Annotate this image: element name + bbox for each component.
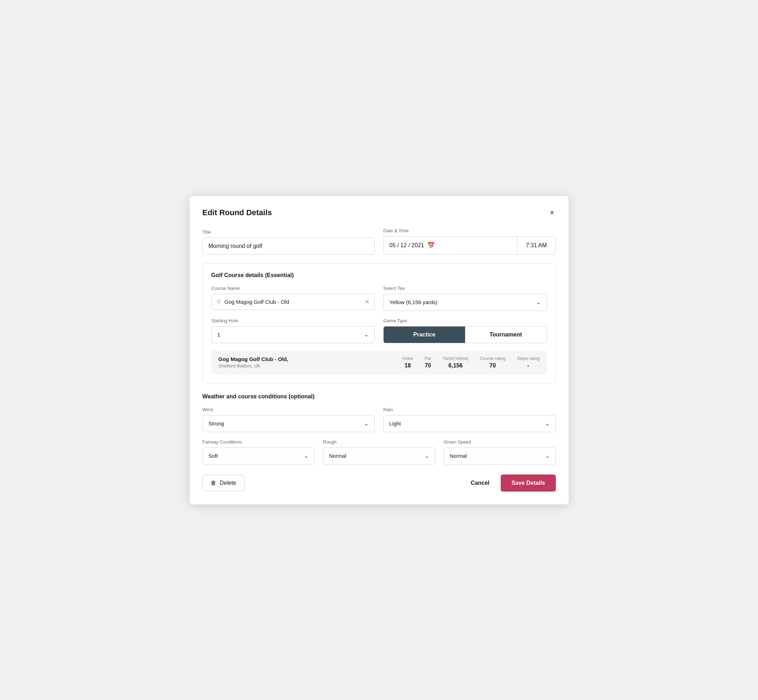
delete-label: Delete: [220, 480, 236, 486]
course-rating-label: Course rating: [480, 356, 505, 361]
chevron-down-icon: ⌄: [304, 453, 309, 459]
chevron-down-icon: ⌄: [545, 420, 550, 427]
select-tee-label: Select Tee: [383, 286, 547, 291]
fairway-group: Fairway Conditions Soft ⌄: [202, 439, 315, 464]
green-speed-value: Normal: [450, 453, 467, 459]
course-name-input[interactable]: [224, 299, 365, 305]
wind-label: Wind: [202, 407, 375, 412]
fairway-value: Soft: [208, 453, 218, 459]
time-value: 7:31 AM: [526, 242, 547, 248]
edit-round-modal: Edit Round Details × Title Date & Time 0…: [190, 196, 568, 505]
date-time-row: 05 / 12 / 2021 📅 7:31 AM: [383, 236, 556, 255]
par-stat: Par 70: [424, 356, 431, 369]
course-rating-stat: Course rating 70: [480, 356, 505, 369]
rough-group: Rough Normal ⌄: [323, 439, 435, 464]
wind-rain-row: Wind Strong ⌄ Rain Light ⌄: [202, 407, 556, 432]
select-tee-dropdown[interactable]: Yellow (6,156 yards) ⌄: [383, 294, 547, 311]
weather-section: Weather and course conditions (optional)…: [202, 394, 556, 464]
game-type-label: Game Type: [383, 318, 547, 323]
course-address: Shelford Bottom, UK: [219, 363, 391, 369]
rain-value: Light: [389, 420, 401, 427]
wind-value: Strong: [208, 420, 224, 427]
course-bottom-row: Starting Hole 1 ⌄ Game Type Practice Tou…: [211, 318, 547, 343]
game-type-toggle: Practice Tournament: [383, 326, 547, 343]
footer-right: Cancel Save Details: [471, 475, 556, 492]
rough-value: Normal: [329, 453, 346, 459]
select-tee-value: Yellow (6,156 yards): [389, 299, 437, 305]
rough-label: Rough: [323, 439, 435, 445]
golf-course-section: Golf Course details (Essential) Course N…: [202, 263, 556, 383]
slope-rating-label: Slope rating: [517, 356, 539, 361]
slope-rating-stat: Slope rating -: [517, 356, 539, 369]
golf-course-title: Golf Course details (Essential): [211, 272, 547, 278]
course-name-search[interactable]: ⚲ ✕: [211, 294, 375, 310]
green-speed-group: Green Speed Normal ⌄: [444, 439, 556, 464]
rain-group: Rain Light ⌄: [383, 407, 556, 432]
course-top-row: Course Name ⚲ ✕ Select Tee Yellow (6,156…: [211, 286, 547, 311]
calendar-icon: 📅: [427, 242, 435, 249]
rain-label: Rain: [383, 407, 556, 412]
date-group: Date & Time 05 / 12 / 2021 📅 7:31 AM: [383, 228, 556, 255]
modal-title: Edit Round Details: [202, 208, 272, 217]
conditions-3-row: Fairway Conditions Soft ⌄ Rough Normal ⌄…: [202, 439, 556, 464]
chevron-down-icon: ⌄: [536, 299, 541, 306]
fairway-label: Fairway Conditions: [202, 439, 315, 445]
weather-title: Weather and course conditions (optional): [202, 394, 556, 400]
search-icon: ⚲: [217, 298, 221, 305]
holes-stat: Holes 18: [402, 356, 413, 369]
course-info-bar: Gog Magog Golf Club - Old, Shelford Bott…: [211, 350, 547, 375]
footer-row: 🗑 Delete Cancel Save Details: [202, 475, 556, 492]
chevron-down-icon: ⌄: [424, 453, 429, 459]
date-time-label: Date & Time: [383, 228, 556, 233]
yards-stat: Yards(Yellow) 6,156: [443, 356, 469, 369]
game-type-group: Game Type Practice Tournament: [383, 318, 547, 343]
starting-hole-group: Starting Hole 1 ⌄: [211, 318, 375, 343]
chevron-down-icon: ⌄: [364, 420, 369, 427]
date-part[interactable]: 05 / 12 / 2021 📅: [384, 236, 517, 254]
course-name-address: Gog Magog Golf Club - Old, Shelford Bott…: [219, 356, 391, 369]
practice-button[interactable]: Practice: [384, 327, 465, 343]
title-label: Title: [202, 230, 375, 235]
wind-group: Wind Strong ⌄: [202, 407, 375, 432]
course-name-bold: Gog Magog Golf Club - Old,: [219, 356, 391, 362]
green-speed-label: Green Speed: [444, 439, 556, 445]
chevron-down-icon: ⌄: [364, 331, 369, 338]
time-part[interactable]: 7:31 AM: [517, 236, 556, 254]
holes-label: Holes: [402, 356, 413, 361]
course-name-group: Course Name ⚲ ✕: [211, 286, 375, 311]
date-value: 05 / 12 / 2021: [389, 242, 424, 248]
yards-value: 6,156: [448, 362, 463, 369]
select-tee-group: Select Tee Yellow (6,156 yards) ⌄: [383, 286, 547, 311]
delete-button[interactable]: 🗑 Delete: [202, 475, 244, 491]
fairway-dropdown[interactable]: Soft ⌄: [202, 447, 315, 464]
close-button[interactable]: ×: [548, 207, 556, 218]
par-value: 70: [424, 362, 431, 369]
title-group: Title: [202, 230, 375, 255]
starting-hole-value: 1: [218, 331, 220, 338]
course-rating-value: 70: [490, 362, 496, 369]
save-button[interactable]: Save Details: [501, 475, 556, 492]
slope-rating-value: -: [528, 362, 529, 369]
green-speed-dropdown[interactable]: Normal ⌄: [444, 447, 556, 464]
starting-hole-dropdown[interactable]: 1 ⌄: [211, 326, 375, 343]
modal-header: Edit Round Details ×: [202, 207, 556, 218]
yards-label: Yards(Yellow): [443, 356, 469, 361]
rain-dropdown[interactable]: Light ⌄: [383, 415, 556, 432]
clear-icon[interactable]: ✕: [365, 298, 370, 305]
tournament-button[interactable]: Tournament: [465, 327, 547, 343]
cancel-button[interactable]: Cancel: [471, 480, 489, 486]
top-row: Title Date & Time 05 / 12 / 2021 📅 7:31 …: [202, 228, 556, 255]
title-input[interactable]: [202, 238, 375, 255]
holes-value: 18: [405, 362, 411, 369]
chevron-down-icon: ⌄: [545, 453, 550, 459]
wind-dropdown[interactable]: Strong ⌄: [202, 415, 375, 432]
rough-dropdown[interactable]: Normal ⌄: [323, 447, 435, 464]
course-name-label: Course Name: [211, 286, 375, 291]
starting-hole-label: Starting Hole: [211, 318, 375, 323]
par-label: Par: [424, 356, 431, 361]
trash-icon: 🗑: [211, 480, 216, 486]
